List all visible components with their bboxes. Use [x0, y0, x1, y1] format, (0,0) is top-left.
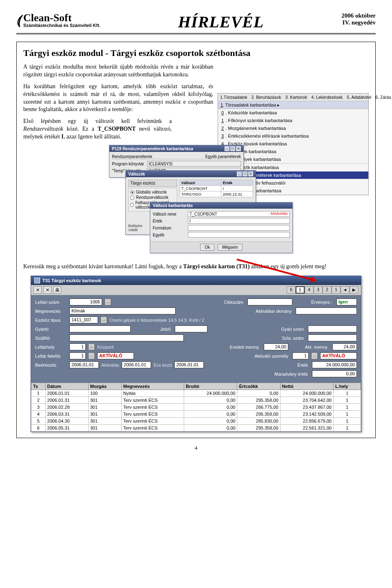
szallito-input[interactable]	[69, 334, 184, 341]
article-box: Tárgyi eszköz modul - Tárgyi eszköz csop…	[16, 42, 376, 438]
leltarhely-input[interactable]: 1	[69, 343, 86, 350]
tool-btn[interactable]: ✕	[43, 286, 51, 294]
pager-button[interactable]: 4	[305, 286, 314, 294]
valtozok-tab[interactable]: Tárgyi eszköz	[128, 180, 177, 187]
valtozok-title-text: Változók	[128, 172, 145, 176]
varfmt-input[interactable]	[188, 225, 290, 231]
szlaszam-input[interactable]	[308, 334, 357, 341]
issue-date: 2006 október IV. negyedév	[341, 12, 376, 26]
grid-col-header[interactable]: Ts	[31, 383, 46, 390]
varother-input[interactable]	[188, 232, 290, 238]
ervenyes-label: Érvényes :	[295, 300, 334, 305]
menu-tab[interactable]: 2. Beruházások	[252, 95, 281, 100]
p119-titlebar[interactable]: P119 Rendszerparaméterek karbantartása _…	[109, 145, 243, 152]
cikkszam-input[interactable]	[247, 298, 292, 305]
grid-col-header[interactable]: L.hely	[333, 383, 361, 390]
pager-button[interactable]: 1	[332, 286, 341, 294]
table-row[interactable]: 32006.02.28301Terv szerinti ÉCS0,00266.7…	[31, 404, 361, 411]
valtozok-table[interactable]: VáltozóÉrték T_CSOPBONTI TARGYIDO2000.12…	[180, 180, 253, 197]
table-row[interactable]: 42006.03.31301Terv szerinti ÉCS0,00295.3…	[31, 411, 361, 418]
ok-button[interactable]: Ok	[200, 244, 214, 251]
cikkszam-label: Cikkszám	[206, 300, 245, 305]
grid-col-header[interactable]: Megnevezés	[121, 383, 184, 390]
szlaszam-label: Szla. szám	[266, 336, 305, 341]
aktokm-input[interactable]	[296, 307, 357, 314]
grid-col-header[interactable]: Bruttó	[184, 383, 237, 390]
pager-button[interactable]: ▶	[350, 286, 359, 294]
aktivalas-input[interactable]: 2006.01.01	[122, 361, 151, 368]
menu-tab[interactable]: 5. Adatátvitel	[347, 95, 371, 100]
ecskezd-input[interactable]: 2006.01.01	[174, 361, 204, 368]
ellipsis-button[interactable]: ...	[88, 352, 95, 359]
varval-input[interactable]: I	[188, 218, 290, 224]
maximize-icon[interactable]: □	[230, 146, 235, 151]
p119-tab[interactable]: Egyéb paraméterek	[205, 154, 241, 159]
gyarto-input[interactable]	[69, 325, 131, 332]
close-icon[interactable]: ×	[236, 146, 241, 151]
eszkoztipus-input[interactable]: 1411_007	[69, 316, 98, 323]
valtozo-karb-titlebar[interactable]: Változó karbantartás	[150, 203, 292, 209]
ellipsis-button[interactable]: ...	[311, 352, 318, 359]
progdir-input[interactable]: ICLEANSYS\	[147, 161, 241, 167]
jelzo-input[interactable]	[175, 325, 207, 332]
ervenyes-input[interactable]: Igen	[336, 298, 357, 305]
cancel-button[interactable]: Mégsem	[218, 244, 242, 251]
menu-row[interactable]: 3. Értékcsökkenési előírások karbantartá…	[218, 132, 368, 140]
valtozok-titlebar[interactable]: Változók _□×	[126, 171, 256, 177]
aktszemely-input[interactable]: 1	[292, 352, 309, 359]
pager-button[interactable]: 3	[314, 286, 323, 294]
print-icon[interactable]: 🖶	[53, 286, 61, 294]
menu-row[interactable]: 1. Főkönyvi számlák karbantartása	[218, 117, 368, 125]
grid-col-header[interactable]: Értcsökk	[237, 383, 280, 390]
pager-button[interactable]: 6	[287, 286, 296, 294]
beerkezes-input[interactable]: 2006.01.01	[69, 361, 99, 368]
grid-col-header[interactable]: Dátum	[45, 383, 88, 390]
paragraph-1: A tárgyi eszköz modulba most bekerült új…	[23, 63, 213, 79]
pager-button[interactable]: ◄	[341, 286, 350, 294]
menu-tab[interactable]: 3. Kartonok	[285, 95, 307, 100]
varother-label: Egyéb	[153, 233, 185, 237]
ertek-input[interactable]: 24.000.000,00	[312, 361, 357, 368]
close-icon[interactable]: ×	[248, 172, 253, 176]
pager-button[interactable]: 5	[296, 286, 305, 294]
minimize-icon[interactable]: _	[237, 172, 242, 176]
tool-btn[interactable]: ✕	[33, 286, 42, 294]
submenu-title[interactable]: 1. Törzsadatok karbantartása ▸	[218, 101, 368, 109]
aktm-input[interactable]: 24,00	[332, 343, 357, 350]
radio-icon	[130, 203, 134, 207]
menu-row[interactable]: 0. Kódszótár karbantartása	[218, 109, 368, 117]
table-row[interactable]: 62006.05.31301Terv szerinti ÉCS0,00295.3…	[31, 425, 361, 432]
radio-system[interactable]: Rendszerváltozók	[130, 195, 175, 200]
menu-row[interactable]: 2. Mozgásnemek karbantartása	[218, 125, 368, 132]
page-header: ⦅ Clean-Soft Számítástechnikai és Számvi…	[16, 12, 376, 34]
table-row[interactable]: 52006.04.30301Terv szerinti ÉCS0,00285.8…	[31, 418, 361, 425]
megnevezes-input[interactable]: Klímák	[69, 307, 176, 314]
table-row[interactable]: 22006.01.31301Terv szerinti ÉCS0,00295.3…	[31, 397, 361, 404]
ecskezd-label: Écs kezd	[154, 363, 172, 368]
leltarf-input[interactable]: 1	[69, 352, 86, 359]
leltarf-desc: AKTÍVÁLÓ	[97, 352, 134, 359]
ellipsis-button[interactable]: ...	[105, 298, 111, 305]
aktszemely-desc: AKTÍVÁLÓ	[320, 352, 357, 359]
grid-col-header[interactable]: Mozgás	[88, 383, 121, 390]
menu-tab[interactable]: 4. Lekérdezések	[311, 95, 343, 100]
valtozo-karb-title-text: Változó karbantartás	[153, 203, 193, 208]
t31-title-text: T31 Tárgyi eszköz kartonok	[42, 278, 101, 283]
grid-col-header[interactable]: Nettó	[280, 383, 333, 390]
t31-grid[interactable]: TsDátumMozgásMegnevezésBruttóÉrtcsökkNet…	[31, 383, 361, 432]
menu-tab[interactable]: 6. Zárás	[375, 95, 391, 100]
paragraph-3: Első lépésben egy új változót kell felvi…	[23, 118, 172, 141]
table-row[interactable]: 12006.01.01100Nyitás24.000.000,000,0024.…	[31, 390, 361, 397]
ellipsis-button[interactable]: ...	[88, 343, 95, 350]
maradvany-input[interactable]: 0,00	[312, 370, 357, 377]
pager-button[interactable]: 2	[323, 286, 332, 294]
minimize-icon[interactable]: _	[225, 146, 229, 151]
ellipsis-button[interactable]: ...	[100, 316, 107, 323]
szallito-label: Szállító	[35, 336, 67, 341]
leltari-input[interactable]: 1006	[69, 298, 102, 305]
menu-tab[interactable]: 1.Törzsadatok	[220, 95, 247, 100]
gyariszam-input[interactable]	[308, 325, 357, 332]
maximize-icon[interactable]: □	[243, 172, 247, 176]
radio-global[interactable]: Globális változók	[130, 190, 175, 194]
eredetim-input[interactable]: 24,00	[264, 343, 288, 350]
